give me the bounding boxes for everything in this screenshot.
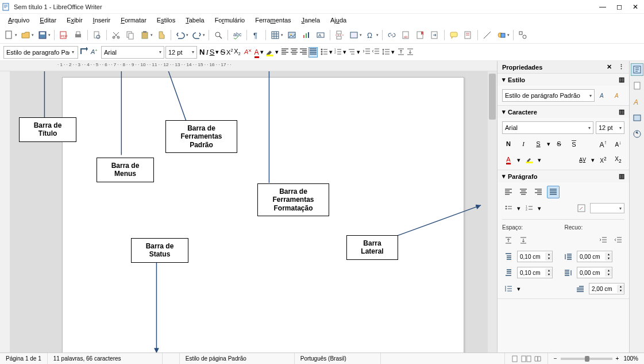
increase-space-button[interactable]	[397, 48, 405, 57]
status-page-style[interactable]: Estilo de página Padrão	[180, 353, 295, 364]
status-insert[interactable]	[163, 353, 180, 364]
sb-dec-space-icon[interactable]	[517, 234, 530, 247]
sb-bg-combo[interactable]: ▾	[590, 203, 624, 213]
print-button[interactable]	[71, 28, 85, 42]
sb-shrink-font-button[interactable]: A↓	[612, 137, 624, 150]
menu-formatar[interactable]: Formatar	[116, 16, 151, 25]
sb-bold-button[interactable]: N	[502, 137, 515, 150]
hyperlink-button[interactable]	[385, 28, 399, 42]
space-above-input[interactable]: ▴▾	[517, 251, 553, 262]
line-spacing-icon[interactable]	[502, 282, 515, 295]
sb-align-center[interactable]	[517, 186, 530, 198]
space-below-input[interactable]: ▴▾	[517, 267, 553, 278]
sb-subscript-button[interactable]: X2	[612, 154, 624, 166]
sb-strike-button[interactable]: S	[553, 137, 565, 150]
tab-properties[interactable]	[631, 63, 643, 76]
sb-align-justify[interactable]	[547, 186, 560, 198]
menu-ferramentas[interactable]: Ferramentas	[250, 16, 295, 25]
sidebar-size-combo[interactable]: 12 pt▾	[596, 121, 624, 134]
align-justify-button[interactable]	[308, 47, 318, 58]
save-button[interactable]	[36, 28, 49, 42]
sb-grow-font-button[interactable]: A↑	[597, 137, 610, 150]
bullet-list-button[interactable]	[320, 48, 328, 57]
sb-inc-indent-icon[interactable]	[597, 234, 610, 247]
line-spacing-button[interactable]	[382, 48, 390, 57]
status-view-icons[interactable]	[505, 353, 548, 364]
cut-button[interactable]	[109, 28, 123, 42]
shapes-button[interactable]	[495, 28, 508, 42]
minimize-button[interactable]: —	[599, 3, 606, 11]
menu-exibir[interactable]: Exibir	[62, 16, 87, 25]
sb-bullet-list[interactable]	[502, 202, 515, 214]
sb-align-right[interactable]	[532, 186, 545, 198]
paste-button[interactable]	[138, 28, 152, 42]
font-size-combo[interactable]: 12 pt▾	[165, 46, 197, 59]
menu-arquivo[interactable]: Arquivo	[3, 16, 34, 25]
sb-dec-indent-icon[interactable]	[612, 234, 624, 247]
new-button[interactable]	[2, 28, 16, 42]
multi-page-icon[interactable]	[521, 355, 531, 363]
insert-textbox-button[interactable]: A	[314, 28, 327, 42]
menu-inserir[interactable]: Inserir	[88, 16, 115, 25]
line-button[interactable]	[480, 28, 494, 42]
sb-superscript-button[interactable]: X2	[597, 154, 610, 166]
font-name-combo[interactable]: Arial▾	[101, 46, 164, 59]
menu-tabela[interactable]: Tabela	[181, 16, 209, 25]
indent-first-input[interactable]: ▴▾	[589, 283, 624, 294]
close-button[interactable]: ✕	[633, 3, 638, 11]
comment-button[interactable]	[447, 28, 461, 42]
strike-button[interactable]: S	[220, 48, 225, 56]
outline-list-button[interactable]	[348, 48, 356, 57]
spellcheck-button[interactable]: abc	[230, 28, 244, 42]
sb-inc-space-icon[interactable]	[502, 234, 515, 247]
special-char-button[interactable]: Ω	[364, 28, 377, 42]
book-view-icon[interactable]	[534, 355, 542, 363]
sidebar-close-icon[interactable]: ✕	[607, 63, 612, 70]
highlight-button[interactable]	[265, 47, 274, 58]
subscript-button[interactable]: X2	[234, 48, 240, 56]
open-button[interactable]	[19, 28, 33, 42]
sb-overline-button[interactable]: S	[568, 137, 580, 150]
sidebar-font-combo[interactable]: Arial▾	[502, 121, 593, 134]
insert-image-button[interactable]	[285, 28, 299, 42]
font-color-button[interactable]: A	[254, 49, 259, 56]
horizontal-ruler[interactable]: · 1 · · 2 · · 3 · · 4 · · 5 · · 6 · · 7 …	[0, 61, 497, 71]
align-right-button[interactable]	[299, 48, 307, 57]
tab-styles[interactable]: A	[631, 95, 643, 108]
insert-field-button[interactable]	[347, 28, 361, 42]
new-style-icon[interactable]: A	[612, 89, 624, 102]
status-page[interactable]: Página 1 de 1	[0, 353, 48, 364]
clear-format-button[interactable]: A	[243, 47, 252, 58]
menu-formulario[interactable]: Formulário	[210, 16, 250, 25]
tab-navigator[interactable]	[631, 128, 643, 140]
maximize-button[interactable]: ◻	[616, 3, 622, 11]
menu-ajuda[interactable]: Ajuda	[326, 16, 351, 25]
new-style-button[interactable]: A+	[90, 47, 99, 58]
update-style-icon[interactable]: A	[597, 89, 610, 102]
page-canvas[interactable]: Barra de Título Barra de Menus Barra de …	[10, 71, 488, 352]
undo-button[interactable]	[173, 28, 187, 42]
align-left-button[interactable]	[281, 48, 289, 57]
tab-page[interactable]	[631, 79, 643, 92]
update-style-button[interactable]	[79, 47, 88, 58]
sidebar-style-combo[interactable]: Estilo de parágrafo Padrão▾	[502, 89, 595, 102]
indent-right-input[interactable]: ▴▾	[577, 267, 612, 278]
section-para-header[interactable]: ▾Parágrafo▥	[498, 170, 629, 182]
insert-chart-button[interactable]	[299, 28, 313, 42]
single-page-icon[interactable]	[511, 355, 519, 363]
bookmark-button[interactable]	[414, 28, 427, 42]
insert-table-button[interactable]	[268, 28, 282, 42]
clone-format-button[interactable]	[155, 28, 168, 42]
sb-highlight-button[interactable]	[523, 154, 535, 166]
vertical-ruler[interactable]	[0, 71, 10, 352]
sb-underline-button[interactable]: S	[532, 137, 545, 150]
redo-button[interactable]	[190, 28, 204, 42]
decrease-space-button[interactable]	[406, 48, 414, 57]
copy-button[interactable]	[124, 28, 137, 42]
decrease-indent-button[interactable]	[372, 48, 380, 57]
nonprinting-button[interactable]: ¶	[249, 28, 263, 42]
status-language[interactable]: Português (Brasil)	[295, 353, 381, 364]
cross-ref-button[interactable]	[428, 28, 442, 42]
underline-button[interactable]: S	[210, 48, 215, 56]
status-words[interactable]: 11 palavras, 66 caracteres	[48, 353, 163, 364]
